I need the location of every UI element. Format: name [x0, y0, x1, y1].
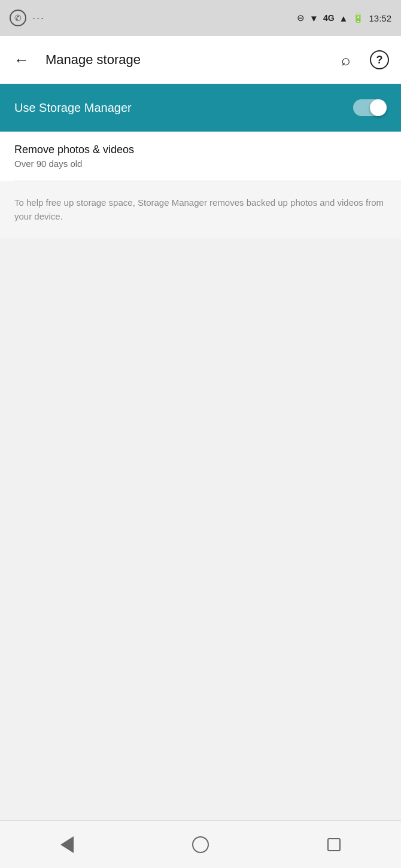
wifi-icon: ▼	[309, 13, 318, 23]
nav-home-icon	[192, 836, 209, 853]
remove-photos-setting[interactable]: Remove photos & videos Over 90 days old	[0, 132, 401, 181]
nav-back-icon	[60, 836, 74, 853]
nav-recents-icon	[327, 838, 341, 851]
setting-title: Remove photos & videos	[14, 144, 387, 156]
signal-icon: ▲	[339, 13, 348, 23]
nav-bar	[0, 820, 401, 868]
search-button[interactable]: ⌕	[334, 48, 358, 72]
page-title: Manage storage	[45, 52, 322, 68]
nav-recents-button[interactable]	[316, 827, 352, 863]
status-bar: ✆ ··· ⊖ ▼ 4G ▲ 🔋 13:52	[0, 0, 401, 36]
app-bar: ← Manage storage ⌕ ?	[0, 36, 401, 84]
description-area: To help free up storage space, Storage M…	[0, 181, 401, 238]
do-not-disturb-icon: ⊖	[297, 13, 305, 23]
network-type: 4G	[323, 13, 335, 23]
status-bar-right: ⊖ ▼ 4G ▲ 🔋 13:52	[297, 13, 391, 23]
nav-back-button[interactable]	[49, 827, 85, 863]
storage-manager-label: Use Storage Manager	[14, 101, 132, 115]
status-bar-left: ✆ ···	[10, 10, 45, 26]
clock: 13:52	[369, 13, 391, 23]
battery-icon: 🔋	[353, 13, 364, 23]
storage-manager-banner[interactable]: Use Storage Manager	[0, 84, 401, 132]
notification-dots: ···	[32, 12, 45, 25]
toggle-thumb	[370, 99, 387, 116]
content-area: Remove photos & videos Over 90 days old …	[0, 132, 401, 238]
nav-home-button[interactable]	[183, 827, 218, 863]
back-arrow-icon: ←	[14, 51, 29, 69]
setting-subtitle: Over 90 days old	[14, 159, 387, 169]
whatsapp-icon: ✆	[10, 10, 26, 26]
app-bar-actions: ⌕ ?	[334, 48, 391, 72]
main-background	[0, 238, 401, 812]
description-text: To help free up storage space, Storage M…	[14, 196, 387, 224]
help-button[interactable]: ?	[367, 48, 391, 72]
help-icon: ?	[370, 50, 389, 69]
search-icon: ⌕	[341, 51, 351, 69]
storage-manager-toggle[interactable]	[353, 99, 387, 117]
back-button[interactable]: ←	[10, 48, 34, 72]
